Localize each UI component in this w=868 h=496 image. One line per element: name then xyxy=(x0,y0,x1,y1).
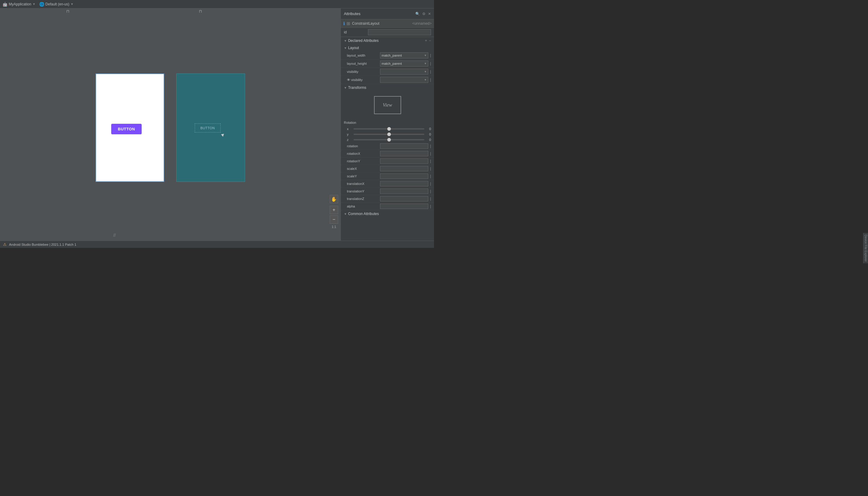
layout-height-dropdown-arrow: ▼ xyxy=(424,62,427,65)
scaleX-input[interactable] xyxy=(380,166,428,171)
close-icon[interactable]: ✕ xyxy=(428,12,431,16)
alpha-input[interactable] xyxy=(380,204,428,209)
rotation-y-value: 0 xyxy=(426,133,431,136)
eye-icon: 👁 xyxy=(347,78,350,82)
rotation-header-row: Rotation xyxy=(341,119,434,126)
layout-height-side-icon[interactable]: | xyxy=(430,61,431,66)
rotation-y-slider[interactable] xyxy=(354,134,424,135)
rotationX-value: | xyxy=(380,151,431,156)
rotationY-row: rotationY | xyxy=(341,157,434,165)
layout-section-header[interactable]: ▼ Layout xyxy=(341,44,434,51)
transforms-section-header[interactable]: ▼ Transforms xyxy=(341,84,434,91)
dark-frame-button[interactable]: BUTTON xyxy=(195,123,221,133)
rotation-attr-input[interactable] xyxy=(380,143,428,149)
alpha-label: alpha xyxy=(347,204,380,208)
status-text: Android Studio Bumblebee | 2021.1.1 Patc… xyxy=(9,243,76,246)
rotation-x-label: x xyxy=(347,127,352,131)
translationX-input[interactable] xyxy=(380,181,428,186)
view-preview: View xyxy=(374,96,401,114)
rotationX-side-icon[interactable]: | xyxy=(430,152,431,156)
common-attributes-label: Common Attributes xyxy=(348,212,431,216)
rotationY-value: | xyxy=(380,158,431,164)
translationZ-side-icon[interactable]: | xyxy=(430,197,431,201)
remove-attribute-button[interactable]: − xyxy=(429,38,431,43)
declared-chevron: ▼ xyxy=(344,39,347,43)
settings-icon[interactable]: ⚙ xyxy=(422,12,425,16)
panel-header-icons: 🔍 ⚙ ✕ xyxy=(415,12,431,16)
rotation-z-row: z 0 xyxy=(341,137,434,142)
translationZ-value: | xyxy=(380,196,431,201)
rotation-z-slider[interactable] xyxy=(354,139,424,140)
scaleY-side-icon[interactable]: | xyxy=(430,174,431,178)
visibility2-row: 👁 visibility ▼ | xyxy=(341,76,434,84)
translationX-row: translationX | xyxy=(341,180,434,188)
rotationY-input[interactable] xyxy=(380,158,428,164)
status-warning-icon: ⚠ xyxy=(3,242,6,247)
pan-tool-button[interactable]: ✋ xyxy=(330,195,338,203)
search-icon[interactable]: 🔍 xyxy=(415,12,420,16)
light-frame-button[interactable]: BUTTON xyxy=(111,124,141,134)
panel-header: Attributes 🔍 ⚙ ✕ xyxy=(341,9,434,19)
rotation-attr-row: rotation | xyxy=(341,142,434,150)
translationY-input[interactable] xyxy=(380,188,428,194)
translationY-side-icon[interactable]: | xyxy=(430,189,431,193)
visibility2-label: 👁 visibility xyxy=(347,78,380,82)
layout-height-dropdown[interactable]: match_parent ▼ xyxy=(380,61,428,66)
layout-chevron: ▼ xyxy=(344,46,347,50)
layout-width-dropdown-text: match_parent xyxy=(381,53,402,57)
rotationY-side-icon[interactable]: | xyxy=(430,159,431,163)
app-name: MyApplication xyxy=(9,2,31,6)
layout-height-label: layout_height xyxy=(347,62,380,65)
common-attributes-section-header[interactable]: ▼ Common Attributes xyxy=(341,210,434,217)
declared-attributes-label: Declared Attributes xyxy=(348,38,424,43)
rotationX-row: rotationX | xyxy=(341,150,434,157)
alpha-value: | xyxy=(380,204,431,209)
visibility-dropdown[interactable]: ▼ xyxy=(380,69,428,75)
id-input[interactable] xyxy=(368,29,431,35)
rotation-y-row: y 0 xyxy=(341,131,434,137)
right-panel: Attributes 🔍 ⚙ ✕ ℹ ⊞ ConstraintLayout <u… xyxy=(341,9,434,241)
scaleY-value: | xyxy=(380,173,431,179)
visibility-dropdown-arrow: ▼ xyxy=(424,70,427,73)
pin-left: ⊓ xyxy=(66,9,69,14)
scaleY-label: scaleY xyxy=(347,174,380,178)
layout-width-side-icon[interactable]: | xyxy=(430,53,431,58)
visibility2-dropdown[interactable]: ▼ xyxy=(380,77,428,83)
zoom-in-button[interactable]: + xyxy=(330,206,338,214)
device-frame-dark: BUTTON xyxy=(176,74,245,182)
declared-attributes-section-header[interactable]: ▼ Declared Attributes + − xyxy=(341,37,434,44)
canvas-area[interactable]: ⊓ ⊓ BUTTON BUTTON // ✋ + − 1:1 xyxy=(0,9,341,241)
visibility-side-icon[interactable]: | xyxy=(430,69,431,74)
scaleX-label: scaleX xyxy=(347,167,380,170)
zoom-label: 1:1 xyxy=(331,225,336,229)
rotation-x-row: x 0 xyxy=(341,126,434,131)
panel-content[interactable]: ▼ Declared Attributes + − ▼ Layout layou… xyxy=(341,37,434,241)
translationX-value: | xyxy=(380,181,431,186)
add-attribute-button[interactable]: + xyxy=(425,38,427,43)
layout-width-dropdown[interactable]: match_parent ▼ xyxy=(380,52,428,59)
rotation-z-value: 0 xyxy=(426,138,431,141)
scaleX-side-icon[interactable]: | xyxy=(430,167,431,171)
rotation-y-label: y xyxy=(347,133,352,136)
rotationX-input[interactable] xyxy=(380,151,428,156)
pin-right: ⊓ xyxy=(199,9,202,14)
app-selector[interactable]: 🤖 MyApplication ▼ xyxy=(2,2,35,6)
zoom-out-button[interactable]: − xyxy=(330,215,338,224)
corner-lines: // xyxy=(113,233,116,238)
translationZ-input[interactable] xyxy=(380,196,428,201)
id-label: id xyxy=(344,30,368,34)
constraint-bar: ℹ ⊞ ConstraintLayout <unnamed> xyxy=(341,19,434,28)
layout-width-dropdown-arrow: ▼ xyxy=(424,54,427,57)
rotation-attr-side-icon[interactable]: | xyxy=(430,144,431,148)
alpha-side-icon[interactable]: | xyxy=(430,204,431,208)
scaleY-input[interactable] xyxy=(380,173,428,179)
config-selector[interactable]: 🌐 Default (en-us) ▼ xyxy=(39,2,74,6)
visibility2-side-icon[interactable]: | xyxy=(430,78,431,82)
rotation-x-slider[interactable] xyxy=(354,128,424,129)
scaleX-row: scaleX | xyxy=(341,165,434,173)
layout-height-dropdown-text: match_parent xyxy=(381,62,402,65)
cursor-indicator xyxy=(221,134,224,137)
translationX-side-icon[interactable]: | xyxy=(430,182,431,186)
constraint-layout-icon: ⊞ xyxy=(347,21,350,26)
layout-width-row: layout_width match_parent ▼ | xyxy=(341,51,434,60)
